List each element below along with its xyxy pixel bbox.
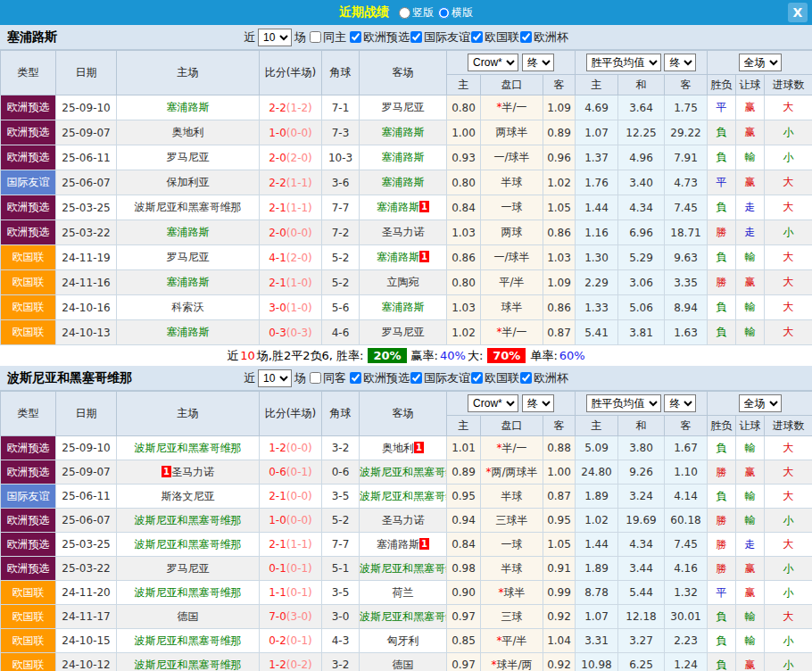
team-name-link[interactable]: 波斯尼亚和黑塞哥维那 <box>360 610 447 623</box>
team-name-link[interactable]: 保加利亚 <box>167 176 210 188</box>
team-name-link[interactable]: 塞浦路斯 <box>382 126 425 138</box>
layout-horizontal-radio[interactable] <box>438 7 450 19</box>
team-name-link[interactable]: 波斯尼亚和黑塞哥维那 <box>135 201 242 213</box>
result-handicap: 走 <box>736 220 765 245</box>
team-cell: 匈牙利 <box>360 629 447 653</box>
match-row: 欧国联24-10-16科索沃3-0(1-0)5-6塞浦路斯1.03球半0.861… <box>1 295 812 320</box>
team-name-link[interactable]: 波斯尼亚和黑塞哥维那 <box>360 490 447 502</box>
competition-checkbox[interactable] <box>520 31 532 43</box>
mean-final-select[interactable]: 终 <box>664 394 696 412</box>
team-name-link[interactable]: 波斯尼亚和黑塞哥维那 <box>135 659 242 671</box>
handicap-line: 两球半 <box>481 120 543 145</box>
summary-part: 60% <box>559 349 585 362</box>
team-name-link[interactable]: 圣马力诺 <box>382 226 425 238</box>
competition-filter-option[interactable]: 欧国联 <box>470 370 519 386</box>
layout-vertical-option[interactable]: 竖版 <box>399 5 434 21</box>
team-name-link[interactable]: 德国 <box>393 659 414 671</box>
same-venue-option[interactable]: 同主 <box>309 29 346 46</box>
team-name-link[interactable]: 立陶宛 <box>387 276 419 288</box>
team-name-link[interactable]: 波斯尼亚和黑塞哥维那 <box>135 514 242 526</box>
team-name-link[interactable]: 塞浦路斯 <box>377 251 419 263</box>
result-handicap: 輸 <box>736 485 765 509</box>
team-name-link[interactable]: 塞浦路斯 <box>382 151 425 163</box>
odds-home: 0.89 <box>447 460 481 485</box>
competition-checkbox[interactable] <box>410 31 422 43</box>
scope-select[interactable]: 全场 <box>739 54 782 71</box>
corner-score: 5-2 <box>322 509 360 533</box>
mean-draw: 3.27 <box>618 629 665 653</box>
team-name-link[interactable]: 德国 <box>178 610 199 623</box>
team-name-link[interactable]: 波斯尼亚和黑塞哥维那 <box>360 466 447 478</box>
team-cell: 保加利亚 <box>117 170 260 195</box>
team-name-link[interactable]: 圣马力诺 <box>171 466 214 478</box>
recent-results-modal: 近期战绩 竖版 横版 X 塞浦路斯 近 10 场 同主 欧洲预选国际友谊欧国联欧… <box>0 0 812 671</box>
team-name-link[interactable]: 波斯尼亚和黑塞哥维那 <box>135 538 242 551</box>
team-name-link[interactable]: 波斯尼亚和黑塞哥维那 <box>135 442 242 454</box>
competition-checkbox[interactable] <box>471 31 483 43</box>
layout-horizontal-option[interactable]: 横版 <box>438 5 473 21</box>
team-name-link[interactable]: 罗马尼亚 <box>382 326 425 338</box>
layout-vertical-radio[interactable] <box>399 7 410 19</box>
mean-source-select[interactable]: 胜平负均值 <box>586 54 661 71</box>
competition-checkbox[interactable] <box>520 372 532 384</box>
competition-filter-option[interactable]: 国际友谊 <box>410 370 470 386</box>
odds-home: 1.03 <box>447 220 481 245</box>
competition-filter-option[interactable]: 欧洲杯 <box>519 370 568 386</box>
same-venue-option[interactable]: 同客 <box>309 370 346 386</box>
team-name-link[interactable]: 罗马尼亚 <box>167 151 210 163</box>
match-count-select[interactable]: 10 <box>258 29 292 46</box>
team-name-link[interactable]: 塞浦路斯 <box>377 538 419 551</box>
odds-home: 0.84 <box>447 195 481 220</box>
competition-filter-option[interactable]: 国际友谊 <box>410 29 470 46</box>
team-name-link[interactable]: 奥地利 <box>172 126 204 138</box>
odds-source-select[interactable]: Crow* <box>468 54 518 71</box>
summary-part: 赢率: <box>411 348 438 364</box>
team-name-link[interactable]: 塞浦路斯 <box>167 276 210 288</box>
match-row: 欧国联24-10-12波斯尼亚和黑塞哥维那1-2(0-2)3-2德国0.97*球… <box>1 653 812 671</box>
mean-source-select[interactable]: 胜平负均值 <box>586 394 661 412</box>
team-name-link[interactable]: 荷兰 <box>393 586 414 599</box>
odds-final-select[interactable]: 终 <box>522 394 554 412</box>
team-name-link[interactable]: 波斯尼亚和黑塞哥维那 <box>135 634 242 647</box>
team-name-link[interactable]: 塞浦路斯 <box>382 176 425 188</box>
team-name-link[interactable]: 波斯尼亚和黑塞哥维那 <box>360 562 447 575</box>
team-name-link[interactable]: 塞浦路斯 <box>377 201 419 213</box>
competition-filter-option[interactable]: 欧洲杯 <box>519 29 568 46</box>
close-icon[interactable]: X <box>788 3 808 22</box>
team-name-link[interactable]: 奥地利 <box>382 442 414 454</box>
team-name-link[interactable]: 塞浦路斯 <box>167 101 210 113</box>
mean-final-select[interactable]: 终 <box>664 54 696 71</box>
team-name-link[interactable]: 波斯尼亚和黑塞哥维那 <box>135 586 242 599</box>
team-name-link[interactable]: 圣马力诺 <box>382 514 425 526</box>
halftime-score: (0-3) <box>286 327 312 339</box>
competition-label: 欧国联 <box>485 370 519 386</box>
same-venue-checkbox[interactable] <box>310 372 321 384</box>
competition-filter-option[interactable]: 欧洲预选 <box>349 370 410 386</box>
corner-score: 3-6 <box>322 170 360 195</box>
competition-badge: 欧国联 <box>1 629 56 653</box>
team-name-link[interactable]: 罗马尼亚 <box>382 101 425 113</box>
scope-select[interactable]: 全场 <box>739 394 782 412</box>
competition-checkbox[interactable] <box>410 372 422 384</box>
competition-badge: 欧洲预选 <box>1 533 56 557</box>
team-name-link[interactable]: 罗马尼亚 <box>167 562 210 575</box>
competition-checkbox[interactable] <box>350 31 361 43</box>
competition-checkbox[interactable] <box>350 372 361 384</box>
odds-final-select[interactable]: 终 <box>522 54 554 71</box>
section-team-name: 波斯尼亚和黑塞哥维那 <box>7 370 132 386</box>
team-name-link[interactable]: 塞浦路斯 <box>167 326 210 338</box>
team-name-link[interactable]: 罗马尼亚 <box>167 251 210 263</box>
competition-filter-option[interactable]: 欧洲预选 <box>349 29 410 46</box>
team-name-link[interactable]: 塞浦路斯 <box>382 301 425 313</box>
score-cell: 2-0(0-0) <box>260 220 322 245</box>
mean-group-header: 胜平负均值 终 <box>576 392 708 416</box>
match-count-select[interactable]: 10 <box>258 369 292 387</box>
team-name-link[interactable]: 科索沃 <box>172 301 204 313</box>
team-name-link[interactable]: 斯洛文尼亚 <box>162 490 215 502</box>
odds-source-select[interactable]: Crow* <box>468 394 518 412</box>
team-name-link[interactable]: 匈牙利 <box>387 634 419 647</box>
same-venue-checkbox[interactable] <box>310 31 321 43</box>
competition-filter-option[interactable]: 欧国联 <box>470 29 519 46</box>
team-name-link[interactable]: 塞浦路斯 <box>167 226 210 238</box>
competition-checkbox[interactable] <box>471 372 483 384</box>
